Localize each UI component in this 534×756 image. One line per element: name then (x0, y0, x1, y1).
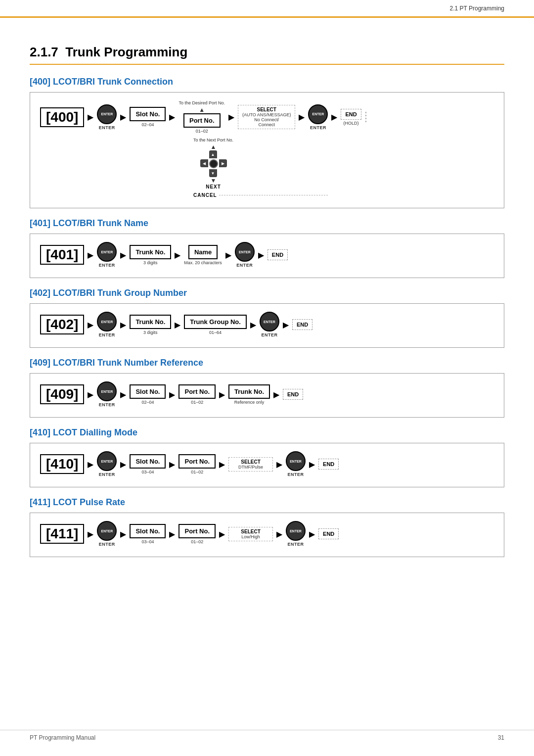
enter-btn2-410: ENTER ENTER (286, 451, 306, 477)
section-409-heading: [409] LCOT/BRI Trunk Number Reference (30, 358, 504, 368)
end-411: END (318, 528, 339, 539)
end-401: END (267, 249, 288, 260)
enter-circle-400: ENTER (97, 104, 117, 124)
port-no-400: Port No. (183, 113, 221, 128)
slot-no-409-wrapper: Slot No. 02–04 (130, 384, 166, 405)
section-402-heading: [402] LCOT/BRI Trunk Group Number (30, 288, 504, 298)
section-401-heading: [401] LCOT/BRI Trunk Name (30, 218, 504, 229)
slot-no-409: Slot No. (130, 384, 166, 399)
end-411-wrapper: END (318, 528, 339, 539)
code-400: [400] (40, 107, 84, 127)
section-411-heading: [411] LCOT Pulse Rate (30, 497, 504, 508)
enter-btn-402: ENTER ENTER (97, 312, 117, 337)
enter-circle2-400: ENTER (308, 104, 328, 124)
footer-manual-name: PT Programming Manual (30, 734, 95, 741)
diagram-409: [409] ▶ ENTER ENTER ▶ Slot No. 02–04 ▶ P… (30, 373, 504, 418)
section-409: [409] LCOT/BRI Trunk Number Reference [4… (30, 358, 504, 418)
trunk-no-401: Trunk No. (130, 245, 171, 259)
desired-port-label: To the Desired Port No. (178, 100, 225, 105)
end-400: END (341, 109, 361, 120)
section-400-heading: [400] LCOT/BRI Trunk Connection (30, 77, 504, 87)
trunk-no-409-wrapper: Trunk No. Reference only (228, 384, 270, 405)
trunk-group-402: Trunk Group No. (184, 315, 247, 329)
arrow-2-400: ▶ (120, 112, 126, 122)
enter-btn-411: ENTER ENTER (97, 521, 117, 547)
flow-row-409: [409] ▶ ENTER ENTER ▶ Slot No. 02–04 ▶ P… (40, 381, 494, 407)
code-411: [411] (40, 524, 84, 544)
section-400: [400] LCOT/BRI Trunk Connection [400] ▶ … (30, 77, 504, 208)
select-400-wrapper: SELECT (AUTO ANS/MESSAGE) No Connect/ Co… (238, 105, 295, 129)
port-no-411: Port No. (178, 524, 216, 538)
end-409: END (283, 389, 303, 400)
flow-row-410: [410] ▶ ENTER ENTER ▶ Slot No. 03–04 ▶ P… (40, 451, 494, 477)
right-dots-400 (365, 112, 366, 122)
section-410-heading: [410] LCOT Dialling Mode (30, 427, 504, 438)
end-410-wrapper: END (318, 459, 339, 470)
enter-btn-401: ENTER ENTER (97, 242, 117, 268)
code-401: [401] (40, 245, 84, 265)
end-409-wrapper: END (283, 389, 303, 400)
enter-btn-400: ENTER ENTER (97, 104, 117, 130)
flow-row-411: [411] ▶ ENTER ENTER ▶ Slot No. 03–04 ▶ P… (40, 521, 494, 547)
diagram-401: [401] ▶ ENTER ENTER ▶ Trunk No. 3 digits… (30, 234, 504, 278)
enter-btn2-411: ENTER ENTER (286, 521, 306, 547)
port-no-411-wrapper: Port No. 01–02 (178, 524, 216, 544)
port-no-409-wrapper: Port No. 01–02 (178, 384, 216, 405)
diagram-411: [411] ▶ ENTER ENTER ▶ Slot No. 03–04 ▶ P… (30, 513, 504, 557)
enter-btn-410: ENTER ENTER (97, 451, 117, 477)
select-410: SELECT DTMF/Pulse (228, 457, 273, 472)
slot-no-400: Slot No. (130, 107, 166, 121)
lower-400: To the Next Port No. ▲ ▲ ▼ (40, 138, 494, 198)
slot-no-410: Slot No. (130, 454, 166, 469)
enter-btn-409: ENTER ENTER (97, 381, 117, 407)
section-411: [411] LCOT Pulse Rate [411] ▶ ENTER ENTE… (30, 497, 504, 557)
end-402-wrapper: END (292, 319, 312, 330)
end-410: END (318, 459, 339, 470)
section-ref: 2.1 PT Programming (450, 5, 505, 12)
name-401-wrapper: Name Max. 20 characters (184, 245, 222, 265)
arrow-4-400: ▶ (228, 112, 234, 122)
enter-btn2-400: ENTER ENTER (308, 104, 328, 130)
next-port-label: To the Next Port No. (193, 138, 233, 142)
flow-row-401: [401] ▶ ENTER ENTER ▶ Trunk No. 3 digits… (40, 242, 494, 268)
select-411: SELECT Low/High (228, 527, 273, 541)
section-402: [402] LCOT/BRI Trunk Group Number [402] … (30, 288, 504, 348)
enter-btn2-401: ENTER ENTER (235, 242, 255, 268)
arrow-1-400: ▶ (88, 112, 93, 122)
port-no-409: Port No. (178, 384, 216, 399)
page-footer: PT Programming Manual 31 (0, 730, 534, 741)
code-409: [409] (40, 384, 84, 404)
diagram-402: [402] ▶ ENTER ENTER ▶ Trunk No. 3 digits… (30, 303, 504, 348)
nav-cluster-400: ▲ ▼ ◀ ▶ (200, 150, 227, 177)
port-no-400-wrapper: To the Desired Port No. ▲ Port No. 01–02 (178, 100, 225, 134)
select-400: SELECT (AUTO ANS/MESSAGE) No Connect/ Co… (238, 105, 295, 129)
select-411-wrapper: SELECT Low/High (228, 527, 273, 541)
trunk-no-402: Trunk No. (130, 315, 171, 329)
arrow-5-400: ▶ (299, 112, 305, 122)
end-400-wrapper: END (HOLD) (341, 109, 361, 126)
diagram-410: [410] ▶ ENTER ENTER ▶ Slot No. 03–04 ▶ P… (30, 443, 504, 487)
section-410: [410] LCOT Dialling Mode [410] ▶ ENTER E… (30, 427, 504, 487)
cancel-label: CANCEL (193, 192, 217, 198)
code-402: [402] (40, 315, 84, 334)
select-410-wrapper: SELECT DTMF/Pulse (228, 457, 273, 472)
slot-no-411: Slot No. (130, 524, 166, 538)
end-402: END (292, 319, 312, 330)
slot-no-400-wrapper: Slot No. 02–04 (130, 107, 166, 127)
slot-no-410-wrapper: Slot No. 03–04 (130, 454, 166, 474)
slot-no-411-wrapper: Slot No. 03–04 (130, 524, 166, 544)
cancel-row-400: CANCEL (193, 192, 328, 198)
trunk-no-402-wrapper: Trunk No. 3 digits (130, 315, 171, 335)
trunk-no-409: Trunk No. (228, 384, 270, 399)
section-401: [401] LCOT/BRI Trunk Name [401] ▶ ENTER … (30, 218, 504, 278)
footer-page-number: 31 (498, 734, 504, 741)
flow-row-402: [402] ▶ ENTER ENTER ▶ Trunk No. 3 digits… (40, 312, 494, 337)
end-401-wrapper: END (267, 249, 288, 260)
diagram-400: [400] ▶ ENTER ENTER ▶ Slot No. 02–04 ▶ (30, 92, 504, 208)
code-410: [410] (40, 454, 84, 474)
page-title-section: 2.1.7 Trunk Programming (30, 45, 504, 65)
next-label: NEXT (206, 184, 221, 189)
arrow-3-400: ▶ (169, 112, 175, 122)
trunk-group-402-wrapper: Trunk Group No. 01–64 (184, 315, 247, 335)
port-no-410: Port No. (178, 454, 216, 469)
